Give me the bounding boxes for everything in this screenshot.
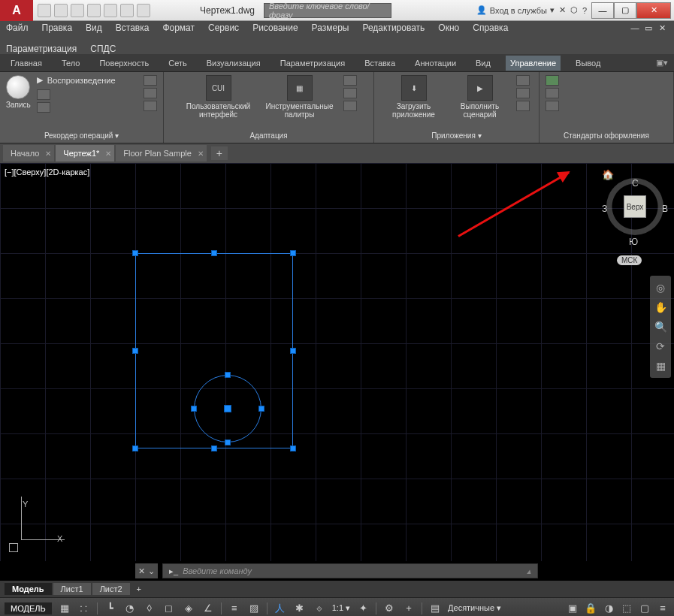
doc-close-button[interactable]: ✕	[656, 23, 668, 33]
actrec-opt3[interactable]	[144, 101, 157, 111]
gizmo-icon[interactable]: ✦	[356, 602, 370, 615]
filetab-start[interactable]: Начало✕	[3, 145, 54, 162]
tab-output[interactable]: Вывод	[571, 56, 605, 71]
circ-grip-w[interactable]	[191, 406, 197, 412]
viewcube-face[interactable]: Верх	[624, 195, 646, 218]
zoom-icon[interactable]: 🔍	[653, 319, 668, 334]
tab-insert[interactable]: Вставка	[360, 56, 400, 71]
cleanscreen-icon[interactable]: ▢	[638, 602, 651, 615]
isolate-icon[interactable]: ◑	[602, 602, 615, 615]
orbit-icon[interactable]: ⟳	[653, 339, 668, 354]
std-config-icon[interactable]	[546, 88, 559, 98]
panel-recorder-title[interactable]: Рекордер операций ▾	[6, 130, 157, 141]
menu-dimensions[interactable]: Размеры	[312, 23, 349, 33]
add-layout-button[interactable]: +	[131, 584, 147, 593]
quickprops-icon[interactable]: ▣	[566, 602, 579, 615]
doc-minimize-button[interactable]: —	[629, 23, 641, 33]
actrec-opt2[interactable]	[144, 88, 157, 98]
actrec-opt1[interactable]	[144, 75, 157, 86]
grip-bm[interactable]	[211, 445, 217, 451]
actrec-ico1[interactable]	[37, 89, 50, 100]
app-ico2[interactable]	[516, 88, 530, 98]
units-icon[interactable]: ▤	[428, 602, 442, 615]
tab-visual[interactable]: Визуализация	[202, 56, 265, 71]
showmotion-icon[interactable]: ▦	[653, 358, 668, 373]
menu-file[interactable]: Файл	[6, 23, 29, 33]
redo-icon[interactable]	[137, 4, 150, 17]
minimize-button[interactable]: —	[591, 2, 614, 19]
isodraft-icon[interactable]: ◊	[143, 602, 156, 615]
grip-ml[interactable]	[132, 348, 138, 354]
dir-east[interactable]: В	[662, 204, 668, 214]
undo-icon[interactable]	[120, 4, 134, 17]
otrack-icon[interactable]: ∠	[201, 602, 215, 615]
circ-grip-c[interactable]	[224, 405, 231, 412]
annovisibility-icon[interactable]: ✱	[293, 602, 307, 615]
transparency-icon[interactable]: ▨	[247, 602, 261, 615]
menu-service[interactable]: Сервис	[208, 23, 239, 33]
lineweight-icon[interactable]: ≡	[228, 602, 241, 615]
cmdline-expand-icon[interactable]: ▴	[527, 566, 531, 576]
dir-north[interactable]: С	[632, 178, 639, 189]
grip-mr[interactable]	[290, 348, 296, 354]
3dosnap-icon[interactable]: ◈	[182, 602, 195, 615]
menu-view[interactable]: Вид	[86, 23, 102, 33]
saveas-icon[interactable]	[87, 4, 101, 17]
filetab-floorplan[interactable]: Floor Plan Sample✕	[116, 145, 207, 162]
viewcube[interactable]: 🏠 Верх С Ю З В МСК	[600, 168, 669, 265]
grip-bl[interactable]	[132, 445, 138, 451]
annomonitor-icon[interactable]: +	[402, 602, 416, 615]
units-dropdown[interactable]: Десятичные ▾	[448, 603, 501, 613]
coordsys-badge[interactable]: МСК	[617, 255, 642, 265]
annoauto-icon[interactable]: ⟐	[313, 602, 326, 615]
palettes-button[interactable]: ▦ Инструментальные палитры	[262, 75, 337, 119]
menu-parametric[interactable]: Параметризация	[6, 44, 77, 54]
adapt-ico2[interactable]	[343, 88, 357, 98]
save-icon[interactable]	[71, 4, 84, 17]
signin-link[interactable]: 👤 Вход в службы▾	[476, 5, 555, 15]
hwaccel-icon[interactable]: ⬚	[620, 602, 633, 615]
runscript-button[interactable]: ▶ Выполнить сценарий	[450, 75, 510, 119]
cui-button[interactable]: CUI Пользовательский интерфейс	[181, 75, 256, 119]
tab-manage[interactable]: Управление	[506, 56, 561, 71]
doc-restore-button[interactable]: ▭	[642, 23, 654, 33]
exchange-icon[interactable]: ✕	[559, 5, 566, 15]
circ-grip-s[interactable]	[225, 439, 231, 445]
filetab-drawing1[interactable]: Чертеж1*✕	[56, 145, 114, 162]
actrec-ico2[interactable]	[37, 102, 50, 113]
cmdline-close-icon[interactable]: ✕ ⌄	[135, 563, 158, 578]
circ-grip-n[interactable]	[225, 372, 231, 378]
menu-insert[interactable]: Вставка	[116, 23, 150, 33]
app-ico3[interactable]	[516, 101, 530, 111]
status-model[interactable]: МОДЕЛЬ	[5, 602, 52, 614]
drawing-area[interactable]: [−][Сверху][2D-каркас] Y X 🏠 Верх С Ю З …	[0, 163, 674, 561]
help-icon[interactable]: ?	[582, 6, 587, 15]
menu-format[interactable]: Формат	[162, 23, 195, 33]
open-icon[interactable]	[54, 4, 68, 17]
scale-dropdown[interactable]: 1:1 ▾	[332, 603, 350, 613]
newtab-button[interactable]: +	[211, 146, 228, 160]
selected-circle[interactable]	[194, 375, 261, 442]
grip-br[interactable]	[290, 445, 296, 451]
new-icon[interactable]	[38, 4, 51, 17]
snap-toggle-icon[interactable]: ⸬	[77, 602, 91, 615]
app-logo[interactable]: A	[0, 0, 33, 21]
close-icon[interactable]: ✕	[45, 149, 51, 158]
menu-edit[interactable]: Правка	[42, 23, 73, 33]
grip-tm[interactable]	[211, 250, 217, 256]
close-icon[interactable]: ✕	[105, 149, 111, 158]
loadapp-button[interactable]: ⬇ Загрузить приложение	[384, 75, 444, 119]
command-input[interactable]: ▸_ Введите команду ▴	[162, 563, 538, 578]
menu-modify[interactable]: Редактировать	[362, 23, 425, 33]
tab-param[interactable]: Параметризация	[276, 56, 349, 71]
circ-grip-e[interactable]	[258, 406, 264, 412]
close-icon[interactable]: ✕	[198, 149, 204, 158]
menu-draw[interactable]: Рисование	[252, 23, 298, 33]
grid-toggle-icon[interactable]: ▦	[58, 602, 71, 615]
grip-tl[interactable]	[132, 250, 138, 256]
viewcube-home-icon[interactable]: 🏠	[602, 169, 614, 180]
dir-west[interactable]: З	[602, 204, 607, 214]
tab-view[interactable]: Вид	[471, 56, 495, 71]
tab-mesh[interactable]: Сеть	[164, 56, 191, 71]
menu-help[interactable]: Справка	[473, 23, 508, 33]
